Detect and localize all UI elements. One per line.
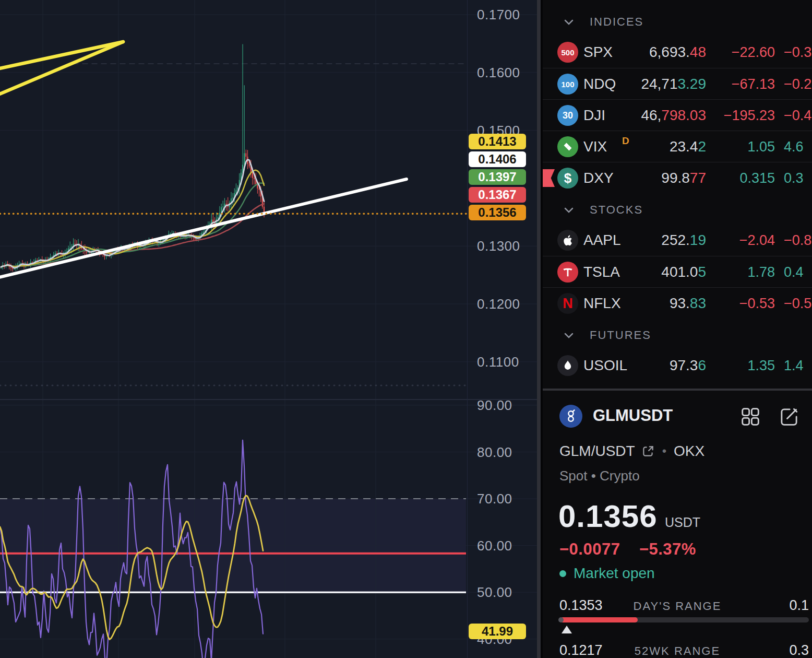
exchange-label[interactable]: OKX	[674, 443, 704, 460]
day-range-high: 0.1	[789, 597, 809, 614]
change-row: −0.0077 −5.37%	[559, 540, 696, 559]
pair-row: GLM/USDT • OKX	[559, 443, 704, 460]
vix-icon	[557, 136, 578, 157]
price-tick: 0.1100	[477, 354, 519, 370]
delayed-data-badge: D	[622, 135, 629, 147]
market-status-label: Market open	[574, 565, 655, 582]
percent-change-value: 1.4	[784, 350, 804, 381]
rsi-tick: 50.00	[477, 584, 512, 601]
section-label: STOCKS	[590, 203, 643, 217]
watchlist-row-dji[interactable]: 30DJI46,798.03−195.23−0.4	[543, 99, 812, 131]
percent-change-value: 0.3	[784, 162, 804, 194]
symbol-title: GLMUSDT	[593, 406, 673, 425]
dji-icon: 30	[557, 105, 578, 126]
price-value: 46,798.03	[641, 100, 706, 131]
watchlist-row-aapl[interactable]: AAPL252.19−2.04−0.8	[543, 225, 812, 256]
change-value: −0.53	[739, 288, 775, 319]
day-range-marker	[562, 626, 572, 633]
price-value: 99.877	[661, 162, 706, 194]
symbol-label: DXY	[583, 162, 614, 194]
rsi-tick: 90.00	[477, 397, 512, 414]
chevron-down-icon	[563, 16, 575, 28]
symbol-detail-panel: GLMUSDT GLM/USDT	[543, 391, 812, 658]
price-label-0.1367: 0.1367	[469, 187, 526, 203]
rsi-tick: 80.00	[477, 444, 512, 460]
percent-change-value: −0.2	[784, 68, 811, 100]
watchlist-row-ndq[interactable]: 100NDQ24,713.29−67.13−0.2	[543, 68, 812, 99]
nflx-icon: N	[557, 293, 578, 314]
external-link-icon[interactable]	[641, 444, 655, 458]
watchlist-row-tsla[interactable]: TSLA401.051.780.4	[543, 256, 812, 287]
wk52-range-high: 0.3	[789, 642, 809, 658]
day-range-bar-cap	[558, 617, 564, 622]
tsla-icon	[557, 262, 578, 283]
price-label-0.1413: 0.1413	[469, 134, 526, 149]
change-pct: −5.37%	[639, 540, 696, 558]
symbol-label: AAPL	[583, 225, 621, 256]
wk52-range-label: 52WK RANGE	[635, 644, 720, 658]
grid-layout-icon[interactable]	[740, 406, 761, 429]
section-label: INDICES	[590, 15, 643, 29]
last-price: 0.1356	[558, 499, 658, 534]
percent-change-value: 4.6	[784, 131, 804, 162]
price-axis[interactable]: 0.17000.16000.15000.13000.12000.110090.0…	[467, 0, 537, 658]
symbol-label: NDQ	[583, 68, 616, 100]
market-status: Market open	[559, 565, 655, 582]
change-value: 1.78	[747, 256, 775, 288]
symbol-label: SPX	[583, 37, 613, 68]
price-label-0.1356: 0.1356	[469, 205, 526, 220]
change-value: −22.60	[732, 37, 775, 68]
market-type-label: Spot	[559, 468, 588, 484]
watchlist-row-nflx[interactable]: NNFLX93.83−0.53−0.5	[543, 287, 812, 319]
flagged-marker	[543, 169, 555, 187]
spx-icon: 500	[557, 42, 578, 63]
change-value: −2.04	[739, 225, 775, 256]
change-value: 1.05	[747, 131, 775, 162]
watchlist-row-vix[interactable]: VIXD23.421.054.6	[543, 131, 812, 162]
market-open-dot	[559, 570, 566, 577]
panel-divider[interactable]	[537, 0, 541, 658]
price-value: 97.36	[670, 350, 706, 381]
change-value: 0.315	[739, 162, 775, 194]
separator-dot: •	[662, 444, 666, 459]
symbol-label: VIX	[583, 131, 607, 162]
edit-note-icon[interactable]	[779, 406, 799, 429]
watchlist-row-spx[interactable]: 500SPX6,693.48−22.60−0.3	[543, 37, 812, 68]
price-value: 23.42	[670, 131, 706, 162]
section-header-indices[interactable]: INDICES	[543, 11, 812, 32]
price-tick: 0.1200	[477, 296, 520, 312]
day-range-bar	[559, 617, 809, 622]
day-range-bar-fill	[560, 617, 638, 622]
watchlist-row-dxy[interactable]: $DXY99.8770.3150.3	[543, 162, 812, 193]
wk52-range-low: 0.1217	[559, 642, 603, 658]
usoil-icon	[557, 355, 578, 376]
section-header-stocks[interactable]: STOCKS	[543, 199, 812, 220]
symbol-label: TSLA	[583, 256, 620, 288]
price-label-0.1406: 0.1406	[469, 151, 526, 167]
trading-workspace: 0.17000.16000.15000.13000.12000.110090.0…	[0, 0, 812, 658]
price-label-0.1397: 0.1397	[469, 169, 526, 185]
dxy-icon: $	[557, 168, 578, 189]
asset-class-label: Crypto	[600, 468, 640, 484]
market-meta-row: Spot • Crypto	[559, 468, 640, 484]
section-header-futures[interactable]: FUTURES	[543, 325, 812, 346]
watchlist-row-usoil[interactable]: USOIL97.361.351.4	[543, 350, 812, 381]
chart-widget: 0.17000.16000.15000.13000.12000.110090.0…	[0, 0, 537, 658]
change-value: 1.35	[747, 350, 775, 381]
percent-change-value: −0.8	[784, 225, 811, 256]
glm-logo-icon	[559, 405, 582, 428]
change-value: −67.13	[732, 68, 775, 100]
day-range-label: DAY'S RANGE	[634, 600, 722, 613]
price-value: 93.83	[670, 288, 706, 319]
rsi-tick: 60.00	[477, 537, 512, 554]
quote-currency: USDT	[665, 515, 700, 530]
change-value: −195.23	[724, 100, 775, 131]
watchlist-panel: INDICES500SPX6,693.48−22.60−0.3100NDQ24,…	[543, 0, 812, 658]
price-tick: 0.1600	[477, 64, 520, 80]
rsi-tick: 70.00	[477, 491, 512, 507]
symbol-label: DJI	[583, 100, 605, 131]
day-range-low: 0.1353	[559, 597, 603, 614]
percent-change-value: −0.5	[784, 288, 811, 319]
rsi-value-label: 41.99	[469, 624, 526, 639]
chart-canvas[interactable]	[0, 0, 537, 658]
